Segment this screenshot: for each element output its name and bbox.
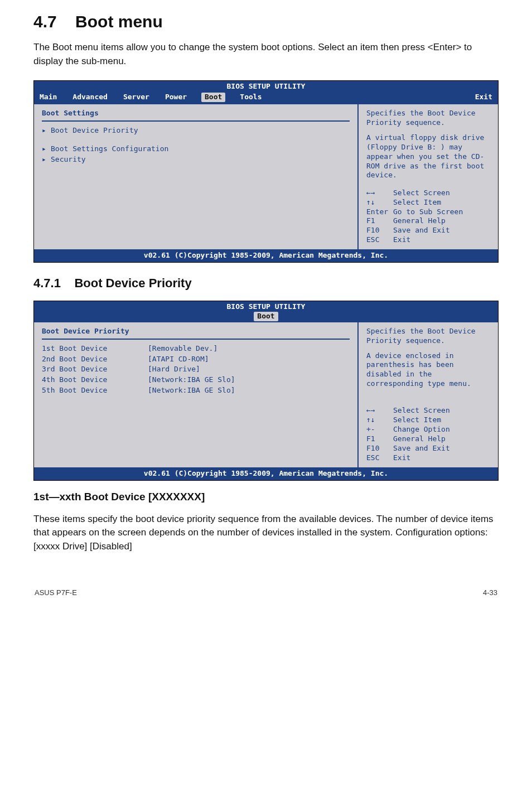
menu-label: Boot Device Priority	[51, 126, 138, 136]
menu-item-boot-settings-config[interactable]: ▸ Boot Settings Configuration	[42, 144, 350, 154]
page-footer: ASUS P7F-E 4-33	[33, 566, 499, 597]
nav-val: Select Screen	[393, 189, 450, 198]
subsection-heading: 4.7.1 Boot Device Priority	[33, 276, 499, 291]
nav-key: Enter	[366, 207, 389, 217]
menu-label: Security	[51, 155, 86, 165]
heading-number: 4.7	[33, 12, 57, 31]
nav-val: Select Item	[393, 416, 441, 425]
submenu-arrow-icon: ▸	[42, 144, 51, 154]
menu-item-security[interactable]: ▸ Security	[42, 155, 350, 165]
bios-screenshot-boot-priority: BIOS SETUP UTILITY Boot Boot Device Prio…	[33, 301, 499, 481]
subsection-number: 4.7.1	[33, 276, 61, 290]
option-heading: 1st—xxth Boot Device [XXXXXXX]	[33, 491, 499, 503]
nav-help: ←→Select Screen ↑↓Select Item EnterGo to…	[366, 189, 490, 245]
menu-label: 2nd Boot Device	[42, 355, 148, 364]
bios-tab-advanced[interactable]: Advanced	[71, 93, 109, 102]
bios-tab-boot[interactable]: Boot	[254, 312, 278, 321]
nav-val: Select Screen	[393, 406, 450, 416]
menu-label: 3rd Boot Device	[42, 365, 148, 374]
nav-key: F1	[366, 434, 389, 444]
nav-key: ←→	[366, 189, 389, 198]
menu-label: 5th Boot Device	[42, 386, 148, 395]
divider	[42, 120, 350, 122]
menu-item-1st-boot[interactable]: 1st Boot Device [Removable Dev.]	[42, 344, 350, 354]
menu-label: 4th Boot Device	[42, 375, 148, 385]
bios-screenshot-boot-menu: BIOS SETUP UTILITY Main Advanced Server …	[33, 80, 499, 263]
bios-tab-server[interactable]: Server	[122, 93, 151, 102]
menu-value: [Network:IBA GE Slo]	[148, 386, 235, 395]
nav-val: Exit	[393, 235, 410, 245]
nav-key: F1	[366, 216, 389, 226]
nav-help: ←→Select Screen ↑↓Select Item +-Change O…	[366, 406, 490, 462]
nav-key: +-	[366, 425, 389, 434]
bios-footer: v02.61 (C)Copyright 1985-2009, American …	[34, 249, 498, 262]
menu-value: [Hard Drive]	[148, 365, 200, 374]
nav-val: Go to Sub Screen	[393, 207, 463, 217]
bios-tab-exit[interactable]: Exit	[474, 93, 494, 102]
menu-item-2nd-boot[interactable]: 2nd Boot Device [ATAPI CD-ROM]	[42, 355, 350, 364]
help-text-2: A device enclosed in parenthesis has bee…	[366, 351, 490, 389]
submenu-arrow-icon: ▸	[42, 126, 51, 136]
nav-val: Save and Exit	[393, 444, 450, 453]
help-text-2: A virtual floppy disk drive (Floppy Driv…	[366, 133, 490, 180]
menu-value: [Network:IBA GE Slo]	[148, 375, 235, 385]
nav-key: F10	[366, 226, 389, 235]
menu-label: 1st Boot Device	[42, 344, 148, 354]
nav-key: ↑↓	[366, 416, 389, 425]
bios-tab-boot[interactable]: Boot	[201, 93, 225, 102]
nav-key: F10	[366, 444, 389, 453]
footer-page-number: 4-33	[483, 588, 497, 597]
bios-section-title: Boot Settings	[42, 109, 350, 118]
nav-val: Select Item	[393, 198, 441, 207]
menu-value: [Removable Dev.]	[148, 344, 217, 354]
bios-section-title: Boot Device Priority	[42, 327, 350, 336]
nav-val: General Help	[393, 216, 446, 226]
subsection-title: Boot Device Priority	[74, 276, 191, 290]
help-text-1: Specifies the Boot Device Priority seque…	[366, 327, 490, 346]
bios-title: BIOS SETUP UTILITY	[227, 302, 306, 311]
nav-val: Change Option	[393, 425, 450, 434]
footer-product: ASUS P7F-E	[35, 588, 77, 597]
nav-key: ↑↓	[366, 198, 389, 207]
menu-value: [ATAPI CD-ROM]	[148, 355, 209, 364]
option-description: These items specify the boot device prio…	[33, 513, 499, 554]
nav-key: ESC	[366, 235, 389, 245]
menu-item-5th-boot[interactable]: 5th Boot Device [Network:IBA GE Slo]	[42, 386, 350, 395]
help-text-1: Specifies the Boot Device Priority seque…	[366, 109, 490, 128]
menu-label: Boot Settings Configuration	[51, 144, 168, 154]
divider	[42, 339, 350, 340]
bios-tab-main[interactable]: Main	[38, 93, 58, 102]
bios-footer: v02.61 (C)Copyright 1985-2009, American …	[34, 467, 498, 480]
menu-item-boot-device-priority[interactable]: ▸ Boot Device Priority	[42, 126, 350, 136]
heading-title: Boot menu	[75, 12, 163, 31]
menu-item-4th-boot[interactable]: 4th Boot Device [Network:IBA GE Slo]	[42, 375, 350, 385]
intro-text: The Boot menu items allow you to change …	[33, 41, 499, 68]
nav-val: Save and Exit	[393, 226, 450, 235]
bios-tab-power[interactable]: Power	[164, 93, 188, 102]
menu-item-3rd-boot[interactable]: 3rd Boot Device [Hard Drive]	[42, 365, 350, 374]
nav-val: Exit	[393, 453, 410, 463]
bios-tab-bar: Main Advanced Server Power Boot Tools Ex…	[34, 93, 498, 104]
nav-key: ←→	[366, 406, 389, 416]
bios-tab-tools[interactable]: Tools	[239, 93, 263, 102]
page-heading: 4.7 Boot menu	[33, 12, 499, 31]
nav-val: General Help	[393, 434, 446, 444]
nav-key: ESC	[366, 453, 389, 463]
bios-title: BIOS SETUP UTILITY	[34, 81, 498, 93]
submenu-arrow-icon: ▸	[42, 155, 51, 165]
